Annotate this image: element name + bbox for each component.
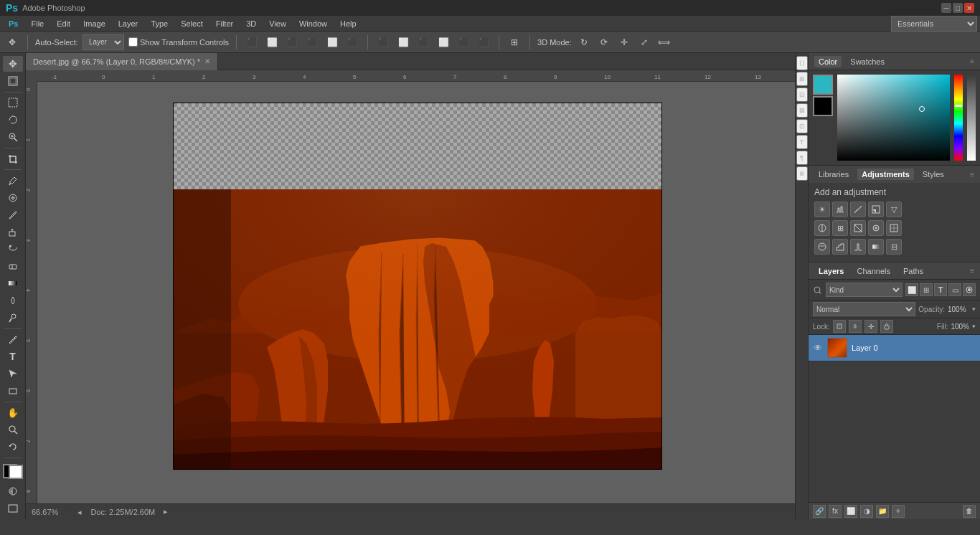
panel-tool-7[interactable]: ⊕: [796, 166, 808, 181]
align-center-h-icon[interactable]: ⬜: [264, 34, 280, 50]
adj-threshold-icon[interactable]: [850, 239, 866, 255]
lasso-btn[interactable]: [3, 112, 23, 128]
pen-btn[interactable]: [3, 331, 23, 347]
background-swatch[interactable]: [813, 96, 833, 116]
adj-gradient-map-icon[interactable]: [868, 239, 884, 255]
close-doc-tab[interactable]: ✕: [204, 57, 210, 65]
adj-vibrance-icon[interactable]: ▽: [886, 202, 902, 217]
rotate-view-btn[interactable]: [3, 439, 23, 455]
adj-exposure-icon[interactable]: [868, 202, 884, 217]
color-panel-expand[interactable]: ≡: [970, 57, 974, 65]
show-transform-checkbox[interactable]: [128, 37, 138, 47]
doc-tab[interactable]: Desert.jpg @ 66.7% (Layer 0, RGB/8#/CMYK…: [26, 53, 218, 70]
align-bottom-icon[interactable]: ⬛: [344, 34, 360, 50]
distribute-mid-icon[interactable]: ⬛: [415, 34, 431, 50]
menu-select[interactable]: Select: [175, 18, 209, 29]
color-gradient-box[interactable]: [837, 75, 950, 161]
menu-file[interactable]: File: [25, 18, 50, 29]
menu-ps[interactable]: Ps: [3, 18, 24, 29]
gradient-btn[interactable]: [3, 275, 23, 291]
layer-link-icon[interactable]: 🔗: [813, 505, 826, 518]
arrange-icon[interactable]: ⊞: [507, 34, 522, 50]
adj-blackwhite-icon[interactable]: [850, 220, 866, 236]
panel-tool-6[interactable]: ¶: [796, 151, 808, 165]
restore-button[interactable]: □: [953, 3, 963, 13]
menu-layer[interactable]: Layer: [113, 18, 144, 29]
adj-hsl-icon[interactable]: [814, 220, 830, 236]
layer-fx-icon[interactable]: fx: [829, 505, 842, 518]
auto-select-select[interactable]: Layer Group: [83, 34, 124, 50]
opacity-slider[interactable]: [967, 75, 976, 161]
distribute-space-icon[interactable]: ⬜: [435, 34, 451, 50]
menu-view[interactable]: View: [263, 18, 292, 29]
crop-btn[interactable]: [3, 151, 23, 167]
layers-kind-select[interactable]: Kind: [826, 283, 903, 297]
path-select-btn[interactable]: [3, 366, 23, 382]
artboard-tool-btn[interactable]: [3, 73, 23, 89]
panel-expand-btn[interactable]: ⟨⟩: [796, 56, 808, 70]
styles-tab[interactable]: Styles: [918, 169, 948, 180]
adj-posterize-icon[interactable]: [832, 239, 848, 255]
adj-colorbalance-icon[interactable]: ⊞: [832, 220, 848, 236]
adj-invert-icon[interactable]: [814, 239, 830, 255]
minimize-button[interactable]: ─: [941, 3, 951, 13]
distribute-h-icon[interactable]: ⬛: [375, 34, 391, 50]
panel-tool-4[interactable]: ⊡: [796, 119, 808, 133]
adj-channelmix-icon[interactable]: [886, 220, 902, 236]
distribute-v-icon[interactable]: ⬜: [395, 34, 411, 50]
color-swatches[interactable]: [3, 464, 23, 480]
3d-slide-icon[interactable]: ⤢: [636, 34, 652, 50]
hue-slider[interactable]: [954, 75, 963, 161]
adj-curves-icon[interactable]: [850, 202, 866, 217]
lock-transparent-icon[interactable]: [833, 320, 846, 333]
adj-selectivecolor-icon[interactable]: ⊟: [886, 239, 902, 255]
swatches-tab[interactable]: Swatches: [846, 56, 889, 67]
layer-mask-icon[interactable]: ⬜: [844, 505, 857, 518]
lock-all-icon[interactable]: [880, 320, 893, 333]
screen-mode-btn[interactable]: [3, 501, 23, 516]
eraser-btn[interactable]: [3, 258, 23, 274]
adjustments-panel-header[interactable]: Libraries Adjustments Styles ≡: [809, 166, 980, 183]
adj-photofilter-icon[interactable]: [868, 220, 884, 236]
layer-new-icon[interactable]: +: [892, 505, 905, 518]
panel-tool-2[interactable]: ⊟: [796, 87, 808, 102]
layer-delete-icon[interactable]: 🗑: [963, 505, 976, 518]
shape-btn[interactable]: [3, 383, 23, 399]
panel-tool-5[interactable]: T: [796, 135, 808, 149]
layer-filter-adjust-icon[interactable]: ⊞: [920, 283, 933, 296]
foreground-swatch[interactable]: [813, 75, 833, 95]
quick-select-btn[interactable]: [3, 129, 23, 145]
layer-visibility-0[interactable]: 👁: [813, 343, 823, 353]
background-color[interactable]: [9, 465, 23, 479]
fill-arrow[interactable]: ▾: [972, 323, 976, 330]
menu-image[interactable]: Image: [77, 18, 111, 29]
move-options-icon[interactable]: ✥: [4, 34, 20, 50]
distribute-v2-icon[interactable]: ⬛: [476, 34, 491, 50]
adj-expand[interactable]: ≡: [970, 171, 974, 179]
brush-btn[interactable]: [3, 207, 23, 223]
distribute-h2-icon[interactable]: ⬛: [456, 34, 471, 50]
align-left-icon[interactable]: ⬛: [244, 34, 260, 50]
color-tab[interactable]: Color: [814, 56, 842, 67]
history-brush-btn[interactable]: [3, 241, 23, 257]
layer-adjustment-icon[interactable]: ◑: [860, 505, 873, 518]
channels-tab[interactable]: Channels: [852, 265, 894, 277]
quick-mask-btn[interactable]: [3, 483, 23, 499]
move-tool-btn[interactable]: ✥: [3, 56, 23, 72]
lock-image-icon[interactable]: [849, 320, 862, 333]
dodge-btn[interactable]: [3, 310, 23, 326]
lock-position-icon[interactable]: ✛: [864, 320, 877, 333]
panel-tool-1[interactable]: ⊞: [796, 72, 808, 86]
3d-scale-icon[interactable]: ⟺: [656, 34, 672, 50]
select-rect-btn[interactable]: [3, 95, 23, 110]
blend-mode-select[interactable]: Normal Multiply Screen Overlay: [813, 302, 915, 316]
blur-btn[interactable]: [3, 293, 23, 308]
3d-rotate-icon[interactable]: ↻: [576, 34, 592, 50]
adj-levels-icon[interactable]: [832, 202, 848, 217]
healing-btn[interactable]: [3, 190, 23, 206]
clone-btn[interactable]: [3, 224, 23, 240]
layer-filter-shape-icon[interactable]: ▭: [948, 283, 961, 296]
3d-roll-icon[interactable]: ⟳: [596, 34, 612, 50]
layer-group-icon[interactable]: 📁: [876, 505, 889, 518]
layer-filter-pixel-icon[interactable]: ⬜: [905, 283, 918, 296]
